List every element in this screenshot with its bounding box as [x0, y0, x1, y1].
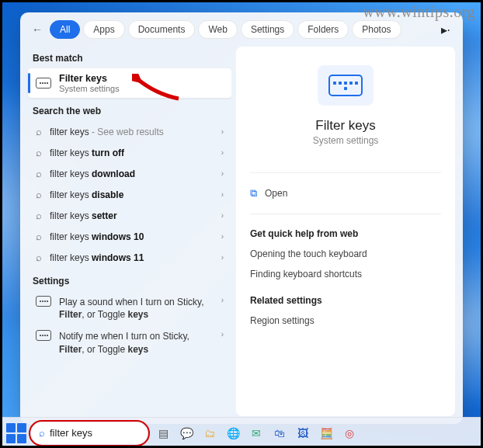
search-icon: ⌕ — [36, 126, 42, 137]
tabs-overflow[interactable]: ▸· — [436, 23, 455, 37]
settings-header: Settings — [28, 268, 231, 291]
search-web-header: Search the web — [28, 98, 231, 121]
web-result[interactable]: ⌕filter keys windows 10› — [28, 226, 231, 247]
preview-pane: Filter keys System settings ⧉ Open Get q… — [236, 47, 455, 416]
start-button[interactable] — [6, 423, 26, 443]
tab-all[interactable]: All — [50, 20, 80, 39]
search-icon: ⌕ — [39, 427, 45, 439]
tab-settings[interactable]: Settings — [241, 20, 294, 39]
annotation-arrow — [132, 74, 186, 105]
chevron-right-icon: › — [221, 253, 224, 262]
best-match-subtitle: System settings — [59, 84, 120, 93]
open-icon: ⧉ — [250, 187, 257, 200]
chevron-right-icon: › — [221, 211, 224, 220]
result-text: filter keys windows 11 — [50, 252, 144, 263]
web-result[interactable]: ⌕filter keys download› — [28, 163, 231, 184]
preview-title: Filter keys — [315, 118, 375, 134]
keyboard-icon — [328, 75, 363, 96]
web-result[interactable]: ⌕filter keys - See web results› — [28, 121, 231, 142]
web-result[interactable]: ⌕filter keys disable› — [28, 184, 231, 205]
taskbar: ⌕ ▤💬🗂🌐✉🛍🖼🧮◎ — [0, 417, 483, 448]
settings-result[interactable]: Notify me when I turn on Sticky, Filter,… — [28, 325, 231, 359]
keyboard-icon — [36, 330, 51, 341]
tab-web[interactable]: Web — [198, 20, 237, 39]
keyboard-icon — [36, 296, 51, 307]
start-search-window: ← AllAppsDocumentsWebSettingsFoldersPhot… — [20, 12, 463, 424]
web-result[interactable]: ⌕filter keys setter› — [28, 205, 231, 226]
web-result[interactable]: ⌕filter keys turn off› — [28, 142, 231, 163]
calculator-icon[interactable]: 🧮 — [315, 422, 337, 444]
best-match-item[interactable]: Filter keys System settings — [28, 68, 231, 98]
tab-photos[interactable]: Photos — [352, 20, 401, 39]
result-text: filter keys windows 10 — [50, 231, 144, 242]
settings-result[interactable]: Play a sound when I turn on Sticky, Filt… — [28, 291, 231, 325]
related-header: Related settings — [250, 290, 441, 311]
divider — [250, 214, 441, 214]
web-result[interactable]: ⌕filter keys windows 11› — [28, 247, 231, 268]
chevron-right-icon: › — [221, 190, 224, 199]
help-link[interactable]: Opening the touch keyboard — [250, 244, 441, 264]
chevron-right-icon: › — [221, 330, 224, 339]
result-text: filter keys setter — [50, 210, 117, 221]
chevron-right-icon: › — [221, 127, 224, 136]
preview-subtitle: System settings — [313, 135, 379, 146]
result-text: Play a sound when I turn on Sticky, Filt… — [59, 296, 214, 321]
best-match-title: Filter keys — [59, 73, 120, 84]
chevron-right-icon: › — [221, 232, 224, 241]
result-text: filter keys disable — [50, 189, 123, 200]
tab-documents[interactable]: Documents — [128, 20, 196, 39]
result-text: filter keys turn off — [50, 148, 124, 158]
back-button[interactable]: ← — [28, 20, 47, 39]
explorer-icon[interactable]: 🗂 — [199, 422, 221, 444]
taskbar-search[interactable]: ⌕ — [31, 422, 148, 444]
chrome-icon[interactable]: ◎ — [339, 422, 360, 444]
search-icon: ⌕ — [36, 210, 42, 221]
search-icon: ⌕ — [36, 252, 42, 263]
store-icon[interactable]: 🛍 — [269, 422, 290, 444]
results-pane: Best match Filter keys System settings S… — [20, 42, 231, 424]
photos-icon[interactable]: 🖼 — [292, 422, 314, 444]
preview-icon — [318, 65, 374, 106]
search-icon: ⌕ — [36, 231, 42, 242]
tab-apps[interactable]: Apps — [83, 20, 124, 39]
tab-folders[interactable]: Folders — [297, 20, 349, 39]
open-action[interactable]: ⧉ Open — [250, 182, 441, 204]
mail-icon[interactable]: ✉ — [245, 422, 267, 444]
chevron-right-icon: › — [221, 169, 224, 178]
best-match-header: Best match — [28, 45, 231, 68]
open-label: Open — [265, 188, 287, 199]
chevron-right-icon: › — [221, 148, 224, 157]
help-link[interactable]: Finding keyboard shortcuts — [250, 264, 441, 284]
related-link[interactable]: Region settings — [250, 311, 441, 331]
edge-icon[interactable]: 🌐 — [222, 422, 244, 444]
search-icon: ⌕ — [36, 147, 42, 158]
result-text: Notify me when I turn on Sticky, Filter,… — [59, 330, 214, 355]
search-icon: ⌕ — [36, 189, 42, 200]
keyboard-icon — [36, 78, 51, 89]
search-input[interactable] — [50, 427, 180, 439]
result-text: filter keys download — [50, 168, 135, 179]
divider — [250, 172, 441, 173]
search-icon: ⌕ — [36, 168, 42, 179]
help-header: Get quick help from web — [250, 224, 441, 244]
result-text: filter keys - See web results — [50, 127, 164, 137]
watermark-text: www.wintips.org — [363, 3, 475, 21]
chevron-right-icon: › — [221, 296, 224, 304]
